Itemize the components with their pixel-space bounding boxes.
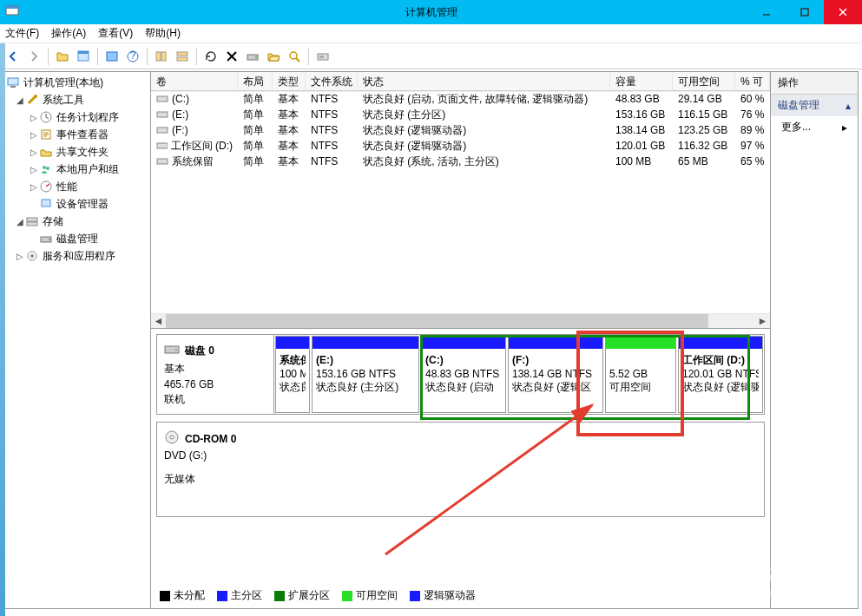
legend-primary: 主分区 xyxy=(231,588,262,603)
col-fs[interactable]: 文件系统 xyxy=(306,72,358,90)
volume-header: 卷 布局 类型 文件系统 状态 容量 可用空间 % 可 xyxy=(151,72,770,91)
volume-row[interactable]: 系统保留简单基本NTFS状态良好 (系统, 活动, 主分区)100 MB65 M… xyxy=(151,154,770,169)
action-more[interactable]: 更多... ▸ xyxy=(771,116,858,138)
window-icon[interactable] xyxy=(74,47,93,66)
caret-right-icon: ▷ xyxy=(29,113,39,122)
tree-storage[interactable]: ◢ 存储 xyxy=(4,213,150,230)
col-status[interactable]: 状态 xyxy=(358,72,610,90)
legend-swatch-extended xyxy=(274,591,285,601)
blue-window-icon[interactable] xyxy=(102,47,122,66)
open-icon[interactable] xyxy=(264,47,283,66)
svg-point-19 xyxy=(290,52,297,59)
tree-label: 存储 xyxy=(43,214,63,229)
device-icon xyxy=(39,197,53,211)
cdrom-row: CD-ROM 0 DVD (G:) 无媒体 xyxy=(156,422,765,517)
tree-event[interactable]: ▷ 事件查看器 xyxy=(4,126,150,143)
scroll-thumb[interactable] xyxy=(166,314,708,329)
col-capacity[interactable]: 容量 xyxy=(610,72,673,90)
tree-label: 性能 xyxy=(56,180,77,194)
folder-icon[interactable] xyxy=(53,47,72,66)
tree-diskmgmt[interactable]: 磁盘管理 xyxy=(4,230,150,247)
tree-label: 任务计划程序 xyxy=(56,110,119,125)
close-button[interactable] xyxy=(824,0,862,24)
volume-rows: (C:)简单基本NTFS状态良好 (启动, 页面文件, 故障转储, 逻辑驱动器)… xyxy=(151,91,770,313)
action-header: 操作 xyxy=(771,72,858,95)
detail-icon[interactable] xyxy=(173,47,192,66)
tree-task[interactable]: ▷ 任务计划程序 xyxy=(4,108,150,126)
partition[interactable]: 系统保100 M状态良好 xyxy=(275,336,310,413)
menubar: 文件(F) 操作(A) 查看(V) 帮助(H) xyxy=(0,24,862,43)
search-icon[interactable] xyxy=(285,47,304,66)
volume-row[interactable]: (F:)简单基本NTFS状态良好 (逻辑驱动器)138.14 GB123.25 … xyxy=(151,122,770,138)
maximize-button[interactable] xyxy=(786,0,824,24)
tree-label: 磁盘管理 xyxy=(56,232,98,246)
svg-point-18 xyxy=(255,56,257,58)
scroll-right-icon[interactable]: ► xyxy=(755,314,770,329)
col-type[interactable]: 类型 xyxy=(273,72,306,90)
forward-button[interactable] xyxy=(24,47,43,66)
partition[interactable]: (E:)153.16 GB NTFS状态良好 (主分区) xyxy=(312,336,419,413)
caret-down-icon: ◢ xyxy=(15,217,25,226)
diskmgmt-icon xyxy=(39,232,53,246)
partition[interactable]: (F:)138.14 GB NTFS状态良好 (逻辑区 xyxy=(508,336,603,413)
menu-help[interactable]: 帮助(H) xyxy=(145,26,181,41)
tree-share[interactable]: ▷ 共享文件夹 xyxy=(4,143,150,161)
disk-0-info[interactable]: 磁盘 0 基本 465.76 GB 联机 xyxy=(157,335,274,414)
h-scrollbar[interactable]: ◄ ► xyxy=(151,313,770,328)
scroll-left-icon[interactable]: ◄ xyxy=(151,314,166,329)
menu-view[interactable]: 查看(V) xyxy=(98,26,133,41)
svg-rect-42 xyxy=(157,159,168,164)
svg-point-25 xyxy=(34,95,37,98)
svg-rect-13 xyxy=(177,52,188,56)
tree-systools[interactable]: ◢ 系统工具 xyxy=(4,91,150,108)
computer-icon xyxy=(6,75,20,89)
disk-icon xyxy=(164,342,180,360)
col-free[interactable]: 可用空间 xyxy=(673,72,735,90)
partition[interactable]: 5.52 GB可用空间 xyxy=(605,336,676,413)
tree-pane: 计算机管理(本地) ◢ 系统工具 ▷ 任务计划程序 ▷ 事件查看器 ▷ 共享文件… xyxy=(4,72,151,608)
svg-point-29 xyxy=(46,167,49,170)
cancel-icon[interactable] xyxy=(222,47,241,66)
svg-rect-24 xyxy=(10,86,16,88)
desktop-edge xyxy=(0,43,5,616)
event-icon xyxy=(39,128,53,141)
caret-right-icon: ▷ xyxy=(29,147,39,157)
back-button[interactable] xyxy=(3,47,23,66)
drive-icon[interactable] xyxy=(313,47,332,66)
col-volume[interactable]: 卷 xyxy=(151,72,238,90)
tree-users[interactable]: ▷ 本地用户和组 xyxy=(4,161,150,178)
legend-swatch-logical xyxy=(410,591,420,601)
tree-root[interactable]: 计算机管理(本地) xyxy=(4,74,150,91)
svg-text:?: ? xyxy=(130,49,136,62)
svg-rect-32 xyxy=(27,218,37,221)
minimize-button[interactable] xyxy=(747,0,786,24)
volume-row[interactable]: (C:)简单基本NTFS状态良好 (启动, 页面文件, 故障转储, 逻辑驱动器)… xyxy=(151,91,770,107)
menu-action[interactable]: 操作(A) xyxy=(51,26,86,41)
partition[interactable]: 工作区间 (D:)120.01 GB NTFS状态良好 (逻辑驱 xyxy=(678,336,763,413)
col-layout[interactable]: 布局 xyxy=(238,72,273,90)
menu-file[interactable]: 文件(F) xyxy=(5,26,39,41)
disk-icon[interactable] xyxy=(243,47,262,66)
action-group-diskmgmt[interactable]: 磁盘管理 ▴ xyxy=(771,95,858,116)
cdrom-info[interactable]: CD-ROM 0 DVD (G:) 无媒体 xyxy=(157,423,274,516)
tree-label: 事件查看器 xyxy=(56,128,109,142)
svg-point-28 xyxy=(43,166,46,169)
volume-row[interactable]: 工作区间 (D:)简单基本NTFS状态良好 (逻辑驱动器)120.01 GB11… xyxy=(151,138,770,154)
tree-perf[interactable]: ▷ 性能 xyxy=(4,178,150,195)
help-icon[interactable]: ? xyxy=(123,47,142,66)
tree-services[interactable]: ▷ 服务和应用程序 xyxy=(4,247,150,265)
toolbar: ? xyxy=(0,43,862,69)
tree-label: 系统工具 xyxy=(43,93,84,108)
tree-label: 计算机管理(本地) xyxy=(23,75,103,90)
svg-rect-41 xyxy=(157,143,168,148)
partition[interactable]: (C:)48.83 GB NTFS状态良好 (启动 xyxy=(421,336,506,413)
tree-devmgr[interactable]: 设备管理器 xyxy=(4,195,150,213)
col-pct[interactable]: % 可 xyxy=(735,72,770,90)
tree-label: 设备管理器 xyxy=(56,197,109,212)
list-icon[interactable] xyxy=(152,47,171,66)
action-pane: 操作 磁盘管理 ▴ 更多... ▸ xyxy=(771,72,858,608)
refresh-icon[interactable] xyxy=(201,47,220,66)
disk-pane: 磁盘 0 基本 465.76 GB 联机 系统保100 M状态良好(E:)153… xyxy=(151,328,770,608)
volume-row[interactable]: (E:)简单基本NTFS状态良好 (主分区)153.16 GB116.15 GB… xyxy=(151,107,770,122)
svg-rect-22 xyxy=(319,56,324,58)
